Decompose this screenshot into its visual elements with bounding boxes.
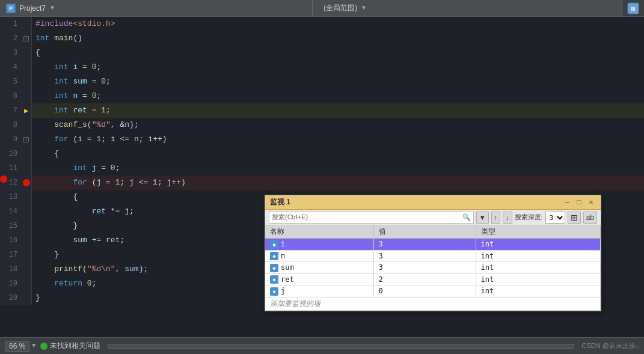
watch-row[interactable]: ◆i3int: [265, 239, 601, 251]
scope-text: (全局范围): [324, 3, 357, 13]
code-line-5: 5 int sum = 0;: [0, 75, 644, 89]
code-line-11: 11 int j = 0;: [0, 161, 644, 175]
status-indicator: 未找到相关问题: [40, 341, 100, 351]
search-icon: 🔍: [462, 213, 471, 221]
nav-down-btn[interactable]: ↓: [503, 212, 512, 224]
watch-var-icon: ◆: [270, 264, 278, 272]
watch-title-icons: — □ ✕: [562, 198, 596, 207]
code-line-6: 6 int n = 0;: [0, 89, 644, 103]
watch-close-button[interactable]: ✕: [586, 198, 596, 207]
watch-cell-name: ◆n: [265, 250, 373, 262]
depth-select[interactable]: 3 1 2 4 5: [545, 212, 565, 224]
col-name-header: 名称: [265, 225, 373, 239]
watch-cell-type: int: [476, 262, 601, 274]
add-watch-label: 添加要监视的项: [265, 297, 601, 310]
toolbar-icon-btn-1[interactable]: ⊞: [568, 212, 581, 224]
scope-selector[interactable]: (全局范围) ▼: [313, 0, 622, 16]
fold-indicator-9[interactable]: -: [23, 137, 29, 142]
watch-table-header: 名称 值 类型: [265, 225, 601, 239]
code-line-9: 9 - for (i = 1; i <= n; i++): [0, 132, 644, 147]
left-breakpoint-indicator: [0, 175, 7, 183]
toolbar-icon-btn-2[interactable]: ab: [583, 212, 597, 224]
watch-cell-value: 3: [373, 250, 476, 262]
execution-arrow: ▶: [24, 106, 28, 115]
watch-restore-button[interactable]: □: [574, 198, 584, 207]
watch-cell-value: 3: [373, 239, 476, 251]
project-dropdown-arrow[interactable]: ▼: [51, 5, 54, 11]
breakpoint-marker[interactable]: [23, 179, 30, 186]
project-name: Project7: [19, 4, 46, 13]
code-line-10: 10 {: [0, 147, 644, 161]
code-line-4: 4 int i = 0;: [0, 60, 644, 75]
zoom-dropdown-arrow[interactable]: ▼: [32, 343, 35, 349]
code-line-2: 2 - int main(): [0, 31, 644, 46]
search-placeholder-text: 搜索(Ctrl+E): [272, 213, 462, 222]
zoom-value: 66 %: [5, 341, 29, 352]
title-icon-m: m: [622, 0, 644, 16]
watch-var-icon: ◆: [270, 240, 278, 249]
watch-window: 监视 1 — □ ✕ 搜索(Ctrl+E) 🔍 ▼ ↑ ↓ 搜索深度: 3 1 …: [265, 195, 601, 311]
watch-title-bar: 监视 1 — □ ✕: [265, 195, 601, 210]
project-icon: P: [6, 4, 16, 13]
watch-cell-name: ◆i: [265, 239, 373, 251]
watch-table: 名称 值 类型 ◆i3int◆n3int◆sum3int◆ret2int◆j0i…: [265, 225, 601, 311]
watch-table-container: 名称 值 类型 ◆i3int◆n3int◆sum3int◆ret2int◆j0i…: [265, 225, 601, 311]
code-line-7: 7 ▶ int ret = 1;: [0, 103, 644, 118]
fold-indicator-2[interactable]: -: [23, 36, 29, 41]
watch-row[interactable]: ◆ret2int: [265, 273, 601, 285]
scroll-bar[interactable]: [108, 344, 574, 349]
watch-var-icon: ◆: [270, 252, 278, 260]
watch-row[interactable]: ◆sum3int: [265, 262, 601, 274]
svg-text:m: m: [631, 5, 636, 13]
col-value-header: 值: [373, 225, 476, 239]
watch-cell-value: 0: [373, 285, 476, 298]
nav-up-btn[interactable]: ↑: [491, 212, 501, 224]
watch-search-box[interactable]: 搜索(Ctrl+E) 🔍: [269, 212, 474, 224]
watch-row[interactable]: ◆n3int: [265, 250, 601, 262]
project-selector[interactable]: P Project7 ▼: [0, 0, 313, 16]
watch-cell-name: ◆sum: [265, 262, 373, 274]
code-line-12: 12 for (j = 1; j <= i; j++): [0, 175, 644, 190]
depth-label: 搜索深度:: [515, 213, 543, 222]
watch-toolbar: 搜索(Ctrl+E) 🔍 ▼ ↑ ↓ 搜索深度: 3 1 2 4 5 ⊞ ab: [265, 210, 601, 225]
watch-title-text: 监视 1: [270, 197, 562, 207]
watch-pin-button[interactable]: —: [562, 198, 572, 207]
watch-cell-type: int: [476, 273, 601, 285]
code-line-3: 3 {: [0, 46, 644, 60]
svg-text:P: P: [9, 6, 13, 12]
search-dropdown-btn[interactable]: ▼: [476, 212, 489, 224]
col-type-header: 类型: [476, 225, 601, 239]
add-watch-row[interactable]: 添加要监视的项: [265, 297, 601, 310]
watch-cell-name: ◆ret: [265, 273, 373, 285]
scope-dropdown-arrow[interactable]: ▼: [362, 5, 366, 11]
code-line-8: 8 scanf_s("%d", &n);: [0, 118, 644, 132]
watch-cell-value: 3: [373, 262, 476, 274]
watch-cell-type: int: [476, 239, 601, 251]
status-message: 未找到相关问题: [50, 341, 100, 351]
status-bar: 66 % ▼ 未找到相关问题 CSDN @从未止步..: [0, 337, 644, 354]
watch-cell-type: int: [476, 285, 601, 298]
status-dot-green: [40, 343, 48, 350]
main-area: 1 #include<stdio.h> 2 - int main() 3 { 4…: [0, 17, 644, 337]
watch-row[interactable]: ◆j0int: [265, 285, 601, 298]
watermark-text: CSDN @从未止步..: [581, 341, 639, 350]
watch-var-icon: ◆: [270, 275, 278, 284]
code-line-1: 1 #include<stdio.h>: [0, 17, 644, 31]
watch-cell-value: 2: [373, 273, 476, 285]
watch-var-icon: ◆: [270, 287, 278, 296]
zoom-control[interactable]: 66 % ▼: [5, 341, 35, 352]
watch-cell-name: ◆j: [265, 285, 373, 298]
title-bar: P Project7 ▼ (全局范围) ▼ m: [0, 0, 644, 17]
watch-cell-type: int: [476, 250, 601, 262]
